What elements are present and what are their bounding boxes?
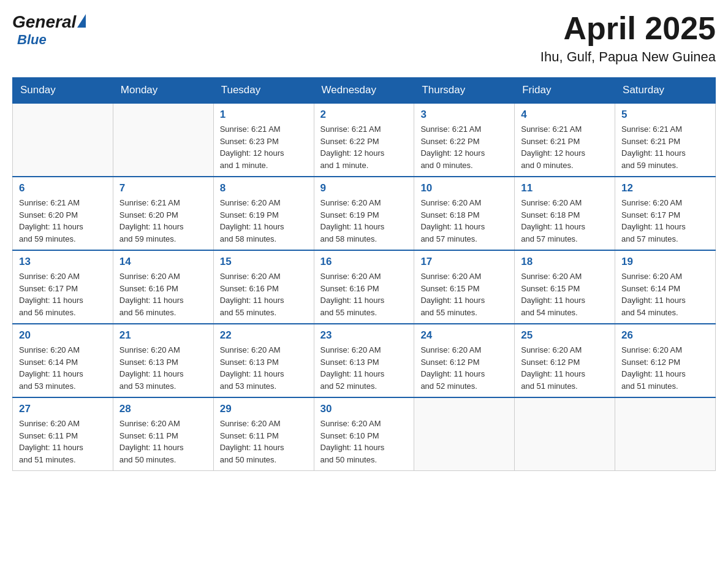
week-row-5: 27Sunrise: 6:20 AM Sunset: 6:11 PM Dayli… — [13, 397, 716, 471]
day-info: Sunrise: 6:20 AM Sunset: 6:16 PM Dayligh… — [220, 270, 308, 318]
day-header-monday: Monday — [113, 78, 213, 104]
day-info: Sunrise: 6:20 AM Sunset: 6:18 PM Dayligh… — [521, 197, 609, 245]
week-row-4: 20Sunrise: 6:20 AM Sunset: 6:14 PM Dayli… — [13, 324, 716, 397]
week-row-1: 1Sunrise: 6:21 AM Sunset: 6:23 PM Daylig… — [13, 103, 716, 177]
day-number: 8 — [220, 182, 308, 194]
calendar-cell: 18Sunrise: 6:20 AM Sunset: 6:15 PM Dayli… — [515, 250, 615, 324]
day-info: Sunrise: 6:20 AM Sunset: 6:12 PM Dayligh… — [621, 344, 709, 392]
day-info: Sunrise: 6:20 AM Sunset: 6:11 PM Dayligh… — [119, 418, 207, 465]
day-info: Sunrise: 6:20 AM Sunset: 6:15 PM Dayligh… — [420, 270, 508, 318]
day-number: 3 — [420, 109, 508, 121]
day-info: Sunrise: 6:21 AM Sunset: 6:20 PM Dayligh… — [119, 197, 207, 245]
calendar-cell — [414, 397, 515, 471]
week-row-3: 13Sunrise: 6:20 AM Sunset: 6:17 PM Dayli… — [13, 250, 716, 324]
day-number: 28 — [119, 403, 207, 415]
day-header-saturday: Saturday — [615, 78, 716, 104]
day-number: 4 — [521, 109, 609, 121]
calendar-cell: 10Sunrise: 6:20 AM Sunset: 6:18 PM Dayli… — [414, 177, 515, 250]
day-info: Sunrise: 6:20 AM Sunset: 6:14 PM Dayligh… — [621, 270, 709, 318]
calendar-cell: 15Sunrise: 6:20 AM Sunset: 6:16 PM Dayli… — [213, 250, 314, 324]
day-number: 12 — [621, 182, 709, 194]
day-info: Sunrise: 6:20 AM Sunset: 6:16 PM Dayligh… — [119, 270, 207, 318]
day-number: 21 — [119, 329, 207, 342]
day-header-wednesday: Wednesday — [314, 78, 414, 104]
calendar-cell: 5Sunrise: 6:21 AM Sunset: 6:21 PM Daylig… — [615, 103, 716, 177]
calendar-header-row: SundayMondayTuesdayWednesdayThursdayFrid… — [13, 78, 716, 104]
calendar-cell: 7Sunrise: 6:21 AM Sunset: 6:20 PM Daylig… — [113, 177, 213, 250]
page-header: General Blue April 2025 Ihu, Gulf, Papua… — [12, 12, 716, 65]
day-info: Sunrise: 6:20 AM Sunset: 6:15 PM Dayligh… — [521, 270, 609, 318]
day-header-sunday: Sunday — [13, 78, 113, 104]
calendar-cell — [113, 103, 213, 177]
day-info: Sunrise: 6:20 AM Sunset: 6:19 PM Dayligh… — [320, 197, 408, 245]
day-info: Sunrise: 6:20 AM Sunset: 6:16 PM Dayligh… — [320, 270, 408, 318]
calendar-table: SundayMondayTuesdayWednesdayThursdayFrid… — [12, 77, 716, 471]
day-info: Sunrise: 6:20 AM Sunset: 6:19 PM Dayligh… — [220, 197, 308, 245]
calendar-cell: 17Sunrise: 6:20 AM Sunset: 6:15 PM Dayli… — [414, 250, 515, 324]
calendar-cell: 4Sunrise: 6:21 AM Sunset: 6:21 PM Daylig… — [515, 103, 615, 177]
calendar-cell: 29Sunrise: 6:20 AM Sunset: 6:11 PM Dayli… — [213, 397, 314, 471]
calendar-cell: 12Sunrise: 6:20 AM Sunset: 6:17 PM Dayli… — [615, 177, 716, 250]
day-number: 30 — [320, 403, 408, 415]
calendar-cell: 30Sunrise: 6:20 AM Sunset: 6:10 PM Dayli… — [314, 397, 414, 471]
logo-blue-text: Blue — [17, 32, 47, 48]
logo-triangle-icon — [77, 14, 86, 28]
logo-general-text: General — [12, 12, 76, 32]
calendar-cell: 1Sunrise: 6:21 AM Sunset: 6:23 PM Daylig… — [213, 103, 314, 177]
day-info: Sunrise: 6:20 AM Sunset: 6:14 PM Dayligh… — [19, 344, 107, 392]
day-number: 17 — [420, 256, 508, 268]
day-number: 5 — [621, 109, 709, 121]
calendar-cell — [615, 397, 716, 471]
day-info: Sunrise: 6:20 AM Sunset: 6:13 PM Dayligh… — [220, 344, 308, 392]
day-info: Sunrise: 6:20 AM Sunset: 6:17 PM Dayligh… — [621, 197, 709, 245]
day-info: Sunrise: 6:20 AM Sunset: 6:11 PM Dayligh… — [19, 418, 107, 465]
day-info: Sunrise: 6:20 AM Sunset: 6:12 PM Dayligh… — [521, 344, 609, 392]
day-number: 1 — [220, 109, 308, 121]
day-number: 20 — [19, 329, 107, 342]
day-number: 13 — [19, 256, 107, 268]
day-number: 2 — [320, 109, 408, 121]
calendar-cell: 19Sunrise: 6:20 AM Sunset: 6:14 PM Dayli… — [615, 250, 716, 324]
day-number: 29 — [220, 403, 308, 415]
day-number: 23 — [320, 329, 408, 342]
day-number: 24 — [420, 329, 508, 342]
day-number: 18 — [521, 256, 609, 268]
calendar-cell: 26Sunrise: 6:20 AM Sunset: 6:12 PM Dayli… — [615, 324, 716, 397]
day-number: 26 — [621, 329, 709, 342]
day-info: Sunrise: 6:21 AM Sunset: 6:22 PM Dayligh… — [420, 123, 508, 171]
calendar-cell: 22Sunrise: 6:20 AM Sunset: 6:13 PM Dayli… — [213, 324, 314, 397]
day-info: Sunrise: 6:21 AM Sunset: 6:20 PM Dayligh… — [19, 197, 107, 245]
day-number: 22 — [220, 329, 308, 342]
day-info: Sunrise: 6:21 AM Sunset: 6:21 PM Dayligh… — [621, 123, 709, 171]
day-number: 6 — [19, 182, 107, 194]
day-info: Sunrise: 6:20 AM Sunset: 6:18 PM Dayligh… — [420, 197, 508, 245]
calendar-cell: 9Sunrise: 6:20 AM Sunset: 6:19 PM Daylig… — [314, 177, 414, 250]
calendar-cell — [13, 103, 113, 177]
day-number: 10 — [420, 182, 508, 194]
day-number: 7 — [119, 182, 207, 194]
day-info: Sunrise: 6:21 AM Sunset: 6:22 PM Dayligh… — [320, 123, 408, 171]
month-title: April 2025 — [540, 12, 716, 44]
day-info: Sunrise: 6:20 AM Sunset: 6:12 PM Dayligh… — [420, 344, 508, 392]
logo: General Blue — [12, 12, 86, 48]
day-info: Sunrise: 6:21 AM Sunset: 6:21 PM Dayligh… — [521, 123, 609, 171]
calendar-cell: 13Sunrise: 6:20 AM Sunset: 6:17 PM Dayli… — [13, 250, 113, 324]
calendar-cell: 21Sunrise: 6:20 AM Sunset: 6:13 PM Dayli… — [113, 324, 213, 397]
calendar-cell: 28Sunrise: 6:20 AM Sunset: 6:11 PM Dayli… — [113, 397, 213, 471]
day-number: 15 — [220, 256, 308, 268]
day-header-thursday: Thursday — [414, 78, 515, 104]
day-header-friday: Friday — [515, 78, 615, 104]
calendar-cell: 14Sunrise: 6:20 AM Sunset: 6:16 PM Dayli… — [113, 250, 213, 324]
day-number: 16 — [320, 256, 408, 268]
calendar-cell: 6Sunrise: 6:21 AM Sunset: 6:20 PM Daylig… — [13, 177, 113, 250]
day-number: 11 — [521, 182, 609, 194]
day-info: Sunrise: 6:20 AM Sunset: 6:17 PM Dayligh… — [19, 270, 107, 318]
calendar-cell: 8Sunrise: 6:20 AM Sunset: 6:19 PM Daylig… — [213, 177, 314, 250]
calendar-cell: 2Sunrise: 6:21 AM Sunset: 6:22 PM Daylig… — [314, 103, 414, 177]
calendar-cell: 3Sunrise: 6:21 AM Sunset: 6:22 PM Daylig… — [414, 103, 515, 177]
calendar-cell: 23Sunrise: 6:20 AM Sunset: 6:13 PM Dayli… — [314, 324, 414, 397]
calendar-cell: 11Sunrise: 6:20 AM Sunset: 6:18 PM Dayli… — [515, 177, 615, 250]
day-info: Sunrise: 6:20 AM Sunset: 6:13 PM Dayligh… — [320, 344, 408, 392]
week-row-2: 6Sunrise: 6:21 AM Sunset: 6:20 PM Daylig… — [13, 177, 716, 250]
location-title: Ihu, Gulf, Papua New Guinea — [540, 49, 716, 65]
